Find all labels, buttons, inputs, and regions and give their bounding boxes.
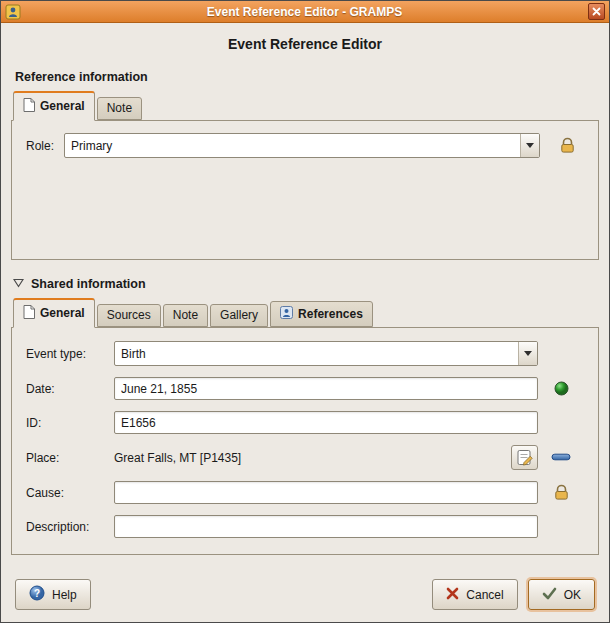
id-input[interactable] (114, 411, 538, 434)
shared-tab-strip: General Sources Note Gallery References (11, 298, 599, 327)
description-input[interactable] (114, 515, 538, 538)
description-label: Description: (26, 520, 114, 534)
place-row: Place: Great Falls, MT [P1435] (26, 445, 584, 470)
cause-label: Cause: (26, 486, 114, 500)
help-icon: ? (29, 585, 45, 604)
tab-note-shared[interactable]: Note (163, 304, 208, 327)
tab-note-reference[interactable]: Note (97, 97, 142, 120)
tab-label: Note (173, 309, 198, 321)
event-type-label: Event type: (26, 347, 114, 361)
dropdown-arrow-icon[interactable] (518, 342, 537, 365)
edit-pencil-icon (515, 448, 535, 468)
privacy-lock-icon[interactable] (552, 136, 582, 155)
tab-general-shared[interactable]: General (13, 298, 95, 328)
ok-label: OK (564, 588, 581, 602)
svg-text:?: ? (34, 588, 40, 599)
shared-information-label: Shared information (31, 277, 146, 291)
expander-triangle-icon[interactable] (13, 277, 24, 291)
help-button[interactable]: ? Help (15, 579, 91, 610)
event-type-combobox[interactable]: Birth (114, 341, 538, 366)
dropdown-arrow-icon[interactable] (520, 134, 539, 157)
place-value: Great Falls, MT [P1435] (114, 451, 241, 465)
help-label: Help (52, 588, 77, 602)
window-title: Event Reference Editor - GRAMPS (25, 5, 584, 19)
dialog-heading: Event Reference Editor (1, 36, 609, 52)
document-icon (23, 305, 35, 321)
place-remove-icon[interactable] (538, 453, 584, 462)
date-label: Date: (26, 382, 114, 396)
ok-check-icon (542, 587, 557, 603)
reference-information-label: Reference information (15, 70, 609, 84)
reference-tab-content: Role: Primary (11, 120, 599, 260)
tab-label: General (40, 100, 85, 112)
event-reference-editor-window: Event Reference Editor - GRAMPS Event Re… (0, 0, 610, 623)
cancel-button[interactable]: Cancel (432, 579, 517, 610)
description-row: Description: (26, 515, 584, 538)
privacy-lock-icon[interactable] (538, 483, 584, 502)
event-type-value: Birth (115, 347, 518, 361)
titlebar: Event Reference Editor - GRAMPS (1, 1, 609, 23)
role-label: Role: (26, 139, 54, 153)
close-icon[interactable] (588, 3, 605, 20)
date-row: Date: (26, 377, 584, 400)
tab-label: Note (107, 102, 132, 114)
tab-gallery[interactable]: Gallery (210, 304, 268, 327)
shared-notebook: General Sources Note Gallery References … (11, 298, 599, 555)
ok-button[interactable]: OK (528, 579, 595, 610)
tab-references[interactable]: References (270, 301, 373, 327)
id-label: ID: (26, 416, 114, 430)
cancel-label: Cancel (466, 588, 503, 602)
tab-label: References (298, 308, 363, 320)
shared-information-expander[interactable]: Shared information (13, 277, 609, 291)
tab-label: Sources (107, 309, 151, 321)
place-edit-button[interactable] (511, 445, 538, 470)
tab-label: Gallery (220, 309, 258, 321)
date-validity-led-icon[interactable] (538, 381, 584, 396)
cancel-x-icon (446, 587, 459, 603)
reference-tab-strip: General Note (11, 91, 599, 120)
date-input[interactable] (114, 377, 538, 400)
cause-input[interactable] (114, 481, 538, 504)
tab-label: General (40, 307, 85, 319)
id-row: ID: (26, 411, 584, 434)
role-row: Role: Primary (26, 133, 584, 158)
cause-row: Cause: (26, 481, 584, 504)
dialog-button-row: ? Help Cancel OK (15, 579, 595, 610)
place-label: Place: (26, 451, 114, 465)
shared-tab-content: Event type: Birth Date: ID: (11, 327, 599, 555)
document-icon (23, 98, 35, 114)
reference-notebook: General Note Role: Primary (11, 91, 599, 260)
tab-sources[interactable]: Sources (97, 304, 161, 327)
role-combobox[interactable]: Primary (64, 133, 540, 158)
tab-general-reference[interactable]: General (13, 91, 95, 121)
references-icon (280, 306, 293, 321)
role-value: Primary (65, 139, 520, 153)
event-type-row: Event type: Birth (26, 341, 584, 366)
gramps-window-icon[interactable] (5, 4, 21, 20)
